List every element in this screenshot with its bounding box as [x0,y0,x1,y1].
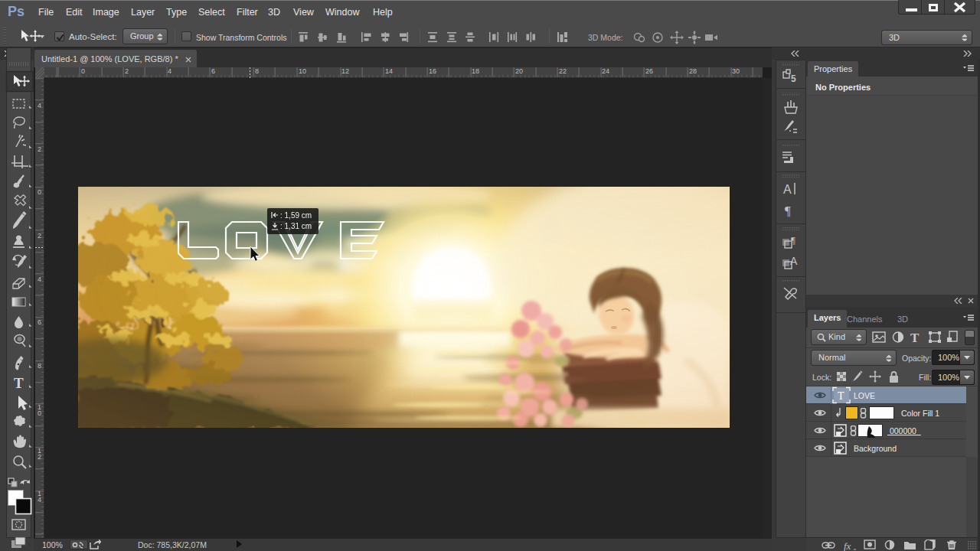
svg-text:A: A [790,255,798,267]
svg-text:T: T [910,331,920,345]
svg-text:A: A [783,183,792,196]
svg-text:fx: fx [844,540,851,551]
svg-text:5: 5 [791,73,796,84]
svg-text:: 1,31 cm: : 1,31 cm [280,222,312,230]
svg-text:: 1,59 cm: : 1,59 cm [280,211,312,220]
svg-text:T: T [14,375,24,391]
svg-text:¶: ¶ [785,204,791,218]
svg-text:T: T [838,390,844,402]
svg-text:¶: ¶ [791,234,795,246]
